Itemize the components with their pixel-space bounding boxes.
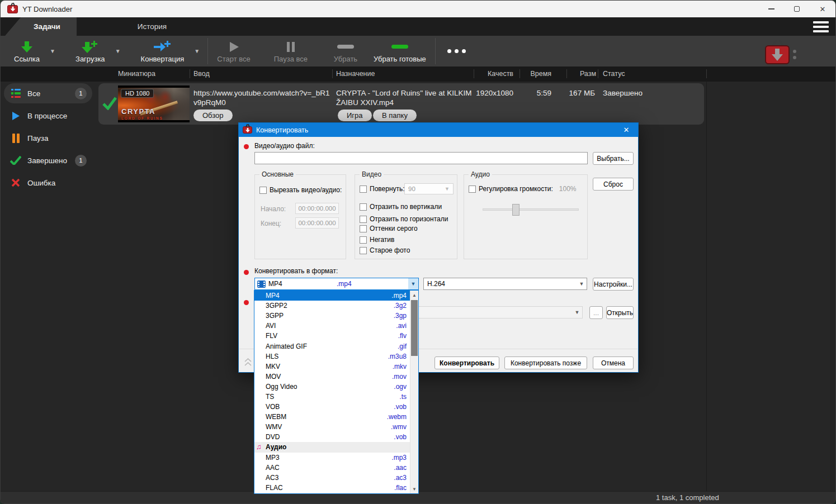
grayscale-row[interactable]: Оттенки серого: [360, 225, 418, 232]
format-option[interactable]: ♫ MKV .mkv: [254, 362, 410, 372]
link-button[interactable]: Ссылка: [8, 36, 45, 66]
volume-slider[interactable]: [483, 204, 579, 216]
tab-history[interactable]: История: [77, 17, 228, 36]
format-option[interactable]: ♫ 3GPP2 .3g2: [254, 301, 410, 311]
menu-button[interactable]: [813, 21, 829, 32]
old-photo-checkbox[interactable]: [360, 247, 367, 254]
link-dropdown-chevron[interactable]: ▼: [45, 36, 60, 66]
old-photo-row[interactable]: Старое фото: [360, 246, 410, 254]
codec-combo[interactable]: H.264 ▼: [423, 278, 587, 290]
pause-all-button[interactable]: Пауза все: [268, 36, 313, 66]
format-group-header[interactable]: ♫ Аудио: [254, 442, 410, 452]
grayscale-checkbox[interactable]: [360, 225, 367, 232]
music-note-icon: ♫: [256, 443, 262, 451]
format-option[interactable]: ♫ AAC .aac: [254, 463, 410, 473]
convert-dropdown-chevron[interactable]: ▼: [190, 36, 204, 66]
rotate-select[interactable]: 90 ▼: [404, 183, 454, 194]
more-button[interactable]: [439, 36, 475, 66]
task-row[interactable]: HD 1080 CRYPTA LORD OF RUINS https://www…: [98, 83, 704, 125]
volume-slider-handle[interactable]: [512, 204, 519, 216]
format-option[interactable]: ♫ VOB .vob: [254, 402, 410, 412]
choose-file-button[interactable]: Выбрать...: [593, 152, 634, 165]
remove-button[interactable]: Убрать: [328, 36, 363, 66]
format-option[interactable]: ♫ MOV .mov: [254, 372, 410, 382]
open-button[interactable]: Открыть: [606, 306, 634, 319]
cancel-button[interactable]: Отмена: [593, 356, 634, 369]
dropdown-scrollbar[interactable]: ▲ ▼: [410, 291, 418, 493]
task-thumbnail[interactable]: HD 1080 CRYPTA LORD OF RUINS: [118, 85, 190, 122]
tab-tasks[interactable]: Задачи: [5, 17, 77, 36]
format-option[interactable]: ♫ TS .ts: [254, 392, 410, 402]
play-pill-button[interactable]: Игра: [338, 110, 372, 121]
format-option[interactable]: ♫ Ogg Video .ogv: [254, 382, 410, 392]
reset-button[interactable]: Сброс: [593, 178, 634, 191]
volume-checkbox-row[interactable]: Регулировка громкости: 100%: [469, 185, 576, 193]
format-option[interactable]: ♫ AVI .avi: [254, 321, 410, 331]
scroll-up-icon[interactable]: ▲: [410, 291, 418, 299]
start-all-button[interactable]: Старт все: [211, 36, 256, 66]
group-video: Видео Повернуть: 90 ▼ Отразить по вертик…: [355, 174, 457, 259]
rotate-checkbox[interactable]: [360, 186, 367, 193]
play-all-icon: [228, 40, 240, 54]
convert-button-toolbar[interactable]: Конвертация: [135, 36, 190, 66]
format-option[interactable]: ♫ MP4 .mp4: [254, 291, 410, 301]
close-button[interactable]: ✕: [810, 1, 835, 17]
sidebar-item-in-progress[interactable]: В процессе: [4, 106, 92, 126]
format-option[interactable]: ♫ AC3 .ac3: [254, 473, 410, 483]
col-quality[interactable]: Качеств: [479, 70, 513, 78]
format-option[interactable]: ♫ DVD .vob: [254, 432, 410, 442]
cut-checkbox[interactable]: [259, 187, 267, 194]
task-destination: CRYPTA - ''Lord of Ruins'' live at KILKI…: [336, 88, 477, 107]
sidebar-item-completed[interactable]: Завершено 1: [4, 150, 92, 170]
format-combo-chevron[interactable]: ▼: [408, 278, 418, 289]
format-option[interactable]: ♫ MP3 .mp3: [254, 453, 410, 463]
negative-checkbox[interactable]: [360, 236, 367, 244]
end-time-field[interactable]: 00:00:00.000: [295, 217, 339, 229]
sidebar-item-error[interactable]: Ошибка: [4, 173, 92, 193]
file-input[interactable]: [254, 152, 588, 164]
col-size[interactable]: Разм: [571, 70, 596, 78]
volume-checkbox[interactable]: [469, 186, 476, 193]
settings-button[interactable]: Настройки...: [593, 278, 634, 291]
to-folder-pill-button[interactable]: В папку: [373, 110, 417, 121]
collapse-chevrons-icon[interactable]: [243, 356, 253, 369]
format-option[interactable]: ♫ FLV .flv: [254, 331, 410, 341]
minimize-button[interactable]: [758, 1, 784, 17]
convert-button[interactable]: Конвертировать: [434, 356, 499, 369]
format-option[interactable]: ♫ WMV .wmv: [254, 422, 410, 432]
all-tasks-icon: [10, 89, 22, 98]
scrollbar-thumb[interactable]: [411, 300, 418, 356]
format-option[interactable]: ♫ 3GPP .3gp: [254, 311, 410, 321]
convert-later-button[interactable]: Конвертировать позже: [504, 356, 587, 369]
sidebar-item-all[interactable]: Все 1: [4, 83, 92, 103]
format-combo[interactable]: MP4 .mp4 ▼: [254, 278, 419, 290]
cut-checkbox-row[interactable]: Вырезать видео/аудио:: [259, 186, 342, 194]
col-destination[interactable]: Назначение: [336, 70, 375, 78]
dialog-close-button[interactable]: ✕: [615, 123, 638, 137]
negative-row[interactable]: Негатив: [360, 236, 394, 244]
format-option[interactable]: ♫ FLAC .flac: [254, 483, 410, 493]
flip-horizontal-row[interactable]: Отразить по горизонтали: [360, 215, 448, 223]
format-option[interactable]: ♫ WEBM .webm: [254, 412, 410, 422]
col-status[interactable]: Статус: [603, 70, 625, 78]
rotate-checkbox-row[interactable]: Повернуть:: [360, 185, 405, 193]
col-time[interactable]: Время: [523, 70, 551, 78]
maximize-button[interactable]: [784, 1, 810, 17]
format-option[interactable]: ♫ Animated GIF .gif: [254, 341, 410, 351]
remove-completed-button[interactable]: Убрать готовые: [368, 36, 432, 66]
download-button[interactable]: Загрузка: [70, 36, 111, 66]
scroll-down-icon[interactable]: ▼: [410, 484, 418, 493]
flip-horizontal-checkbox[interactable]: [360, 216, 367, 223]
col-input[interactable]: Ввод: [193, 70, 210, 78]
dialog-title: Конвертировать: [256, 126, 308, 134]
browse-pill-button[interactable]: Обзор: [193, 110, 233, 121]
start-time-field[interactable]: 00:00:00.000: [295, 203, 339, 214]
flip-vertical-row[interactable]: Отразить по вертикали: [360, 203, 442, 211]
format-option[interactable]: ♫ HLS .m3u8: [254, 351, 410, 362]
col-thumbnail[interactable]: Миниатюра: [118, 70, 155, 78]
output-browse-button[interactable]: ...: [589, 306, 603, 319]
task-size: 167 МБ: [568, 89, 595, 97]
sidebar-item-paused[interactable]: Пауза: [4, 128, 92, 148]
download-dropdown-chevron[interactable]: ▼: [111, 36, 125, 66]
flip-vertical-checkbox[interactable]: [360, 203, 367, 211]
